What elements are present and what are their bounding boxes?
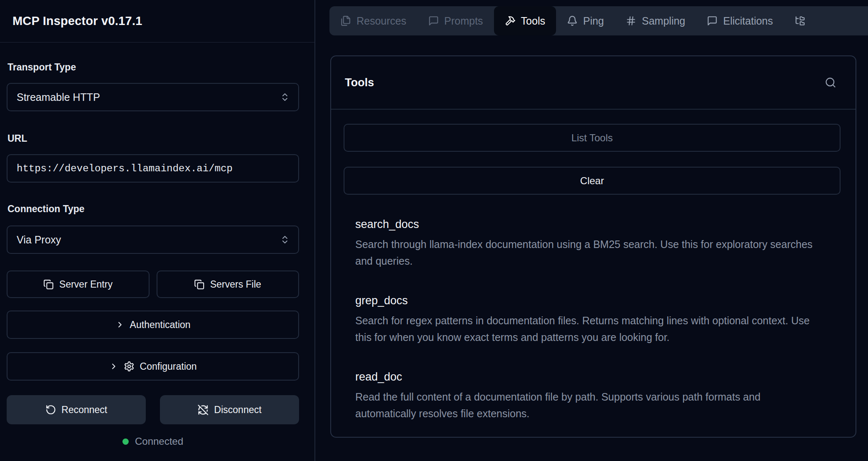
tab-resources[interactable]: Resources <box>329 6 417 35</box>
url-input[interactable] <box>7 154 299 183</box>
tab-prompts[interactable]: Prompts <box>417 6 494 35</box>
sidebar-header: MCP Inspector v0.17.1 <box>0 0 314 43</box>
status-dot <box>122 438 129 445</box>
panel-title: Tools <box>345 76 374 89</box>
connection-status: Connected <box>7 436 299 447</box>
gear-icon <box>124 361 135 372</box>
tab-label: Sampling <box>642 15 685 27</box>
tab-sampling[interactable]: Sampling <box>615 6 696 35</box>
chevrons-up-down-icon <box>280 235 290 245</box>
connection-type-value: Via Proxy <box>17 234 61 246</box>
search-icon[interactable] <box>825 77 836 88</box>
tab-bar: Resources Prompts Tools Ping Sampling El… <box>329 6 868 35</box>
authentication-toggle[interactable]: Authentication <box>7 311 299 339</box>
tool-name: grep_docs <box>355 294 841 307</box>
sidebar: MCP Inspector v0.17.1 Transport Type Str… <box>0 0 315 461</box>
tool-name: search_docs <box>355 218 841 231</box>
connection-actions-row: Reconnect Disconnect <box>7 395 299 424</box>
tools-panel-header: Tools <box>331 56 856 110</box>
servers-file-label: Servers File <box>210 279 261 290</box>
tools-panel: Tools List Tools Clear search_docs Searc… <box>330 55 856 438</box>
folder-tree-icon <box>795 15 806 26</box>
tab-label: Elicitations <box>723 15 773 27</box>
tab-elicitations[interactable]: Elicitations <box>696 6 784 35</box>
tab-label: Prompts <box>444 15 483 27</box>
url-label: URL <box>7 133 299 144</box>
bell-icon <box>567 15 578 26</box>
copy-icon <box>194 279 205 290</box>
disconnect-button[interactable]: Disconnect <box>160 395 299 424</box>
clear-button[interactable]: Clear <box>344 167 841 195</box>
configuration-label: Configuration <box>140 361 197 372</box>
list-item[interactable]: grep_docs Search for regex patterns in d… <box>355 294 841 346</box>
server-entry-button[interactable]: Server Entry <box>7 271 150 298</box>
servers-file-button[interactable]: Servers File <box>157 271 299 298</box>
status-label: Connected <box>135 436 183 447</box>
connection-type-label: Connection Type <box>7 203 299 215</box>
transport-type-select[interactable]: Streamable HTTP <box>7 83 299 111</box>
tool-description: Read the full content of a documentation… <box>355 388 824 422</box>
tab-tools[interactable]: Tools <box>494 6 556 35</box>
app-title: MCP Inspector v0.17.1 <box>12 14 142 28</box>
tab-label: Tools <box>521 15 545 27</box>
tool-name: read_doc <box>355 371 841 383</box>
refresh-off-icon <box>197 404 209 416</box>
hammer-icon <box>505 15 516 26</box>
chevron-right-icon <box>115 320 125 329</box>
server-buttons-row: Server Entry Servers File <box>7 271 299 298</box>
list-tools-button[interactable]: List Tools <box>344 124 841 152</box>
tool-description: Search through llama-index documentation… <box>355 236 824 269</box>
server-entry-label: Server Entry <box>59 279 112 290</box>
hash-icon <box>626 15 636 26</box>
message-square-icon <box>707 15 718 26</box>
tab-label: Ping <box>583 15 604 27</box>
rotate-ccw-icon <box>45 404 56 415</box>
configuration-toggle[interactable]: Configuration <box>7 352 299 381</box>
files-icon <box>340 15 351 26</box>
message-square-icon <box>428 15 439 26</box>
app-window: MCP Inspector v0.17.1 Transport Type Str… <box>0 0 868 461</box>
sidebar-body: Transport Type Streamable HTTP URL Conne… <box>0 43 314 447</box>
main-area: Resources Prompts Tools Ping Sampling El… <box>315 0 868 461</box>
transport-type-value: Streamable HTTP <box>17 91 100 103</box>
list-item[interactable]: read_doc Read the full content of a docu… <box>355 371 841 422</box>
tab-roots[interactable] <box>784 6 816 35</box>
connection-type-select[interactable]: Via Proxy <box>7 225 299 254</box>
chevron-right-icon <box>109 362 118 371</box>
authentication-label: Authentication <box>130 319 191 331</box>
chevrons-up-down-icon <box>280 92 290 102</box>
tool-list: search_docs Search through llama-index d… <box>355 218 841 422</box>
reconnect-button[interactable]: Reconnect <box>7 395 146 424</box>
copy-icon <box>43 279 54 290</box>
reconnect-label: Reconnect <box>62 404 107 416</box>
transport-type-label: Transport Type <box>7 62 299 73</box>
disconnect-label: Disconnect <box>214 404 262 416</box>
list-item[interactable]: search_docs Search through llama-index d… <box>355 218 841 269</box>
tools-panel-body: List Tools Clear search_docs Search thro… <box>331 110 856 447</box>
tool-description: Search for regex patterns in documentati… <box>355 312 824 346</box>
tab-label: Resources <box>357 15 407 27</box>
tab-ping[interactable]: Ping <box>556 6 615 35</box>
